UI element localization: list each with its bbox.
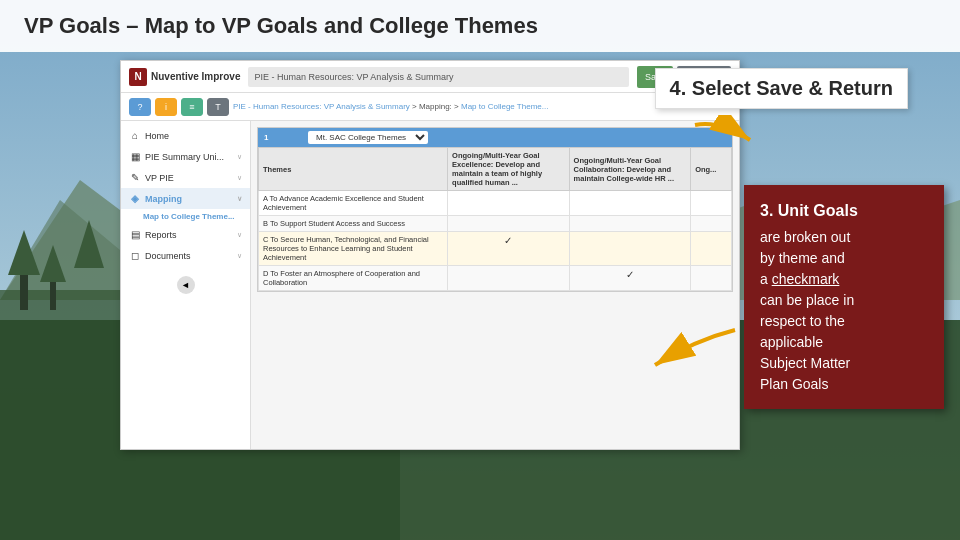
toolbar-btn-text[interactable]: T — [207, 98, 229, 116]
main-layout: ⌂ Home ▦ PIE Summary Uni... ∨ ✎ VP PIE ∨… — [121, 121, 739, 449]
chevron-down-icon-3: ∨ — [237, 195, 242, 203]
check-a-goal3[interactable] — [691, 191, 732, 216]
nuventive-logo: N Nuventive Improve — [129, 68, 240, 86]
save-arrow-icon — [690, 115, 770, 165]
toolbar-btn-info[interactable]: i — [155, 98, 177, 116]
sidebar-item-documents-label: Documents — [145, 251, 191, 261]
callout-unit-goals: 3. Unit Goals are broken out by theme an… — [744, 185, 944, 409]
check-d-goal3[interactable] — [691, 266, 732, 291]
table-theme-header: 1 Mt. SAC College Themes — [258, 128, 732, 147]
goals-table: Themes Ongoing/Multi-Year GoalExcellence… — [258, 147, 732, 291]
theme-c: C To Secure Human, Technological, and Fi… — [259, 232, 448, 266]
callout-save-return: 4. Select Save & Return — [655, 68, 908, 109]
table-row: A To Advance Academic Excellence and Stu… — [259, 191, 732, 216]
checkmark-arrow-icon — [645, 320, 745, 380]
sidebar-item-documents[interactable]: ◻ Documents ∨ — [121, 245, 250, 266]
logo-name: Nuventive Improve — [151, 71, 240, 82]
mapping-icon: ◈ — [129, 193, 141, 204]
page-title: VP Goals – Map to VP Goals and College T… — [24, 13, 538, 39]
sidebar-item-pie-summary[interactable]: ▦ PIE Summary Uni... ∨ — [121, 146, 250, 167]
home-icon: ⌂ — [129, 130, 141, 141]
table-row: B To Support Student Access and Success — [259, 216, 732, 232]
check-b-goal1[interactable] — [448, 216, 570, 232]
documents-icon: ◻ — [129, 250, 141, 261]
toolbar-btn-list[interactable]: ≡ — [181, 98, 203, 116]
check-c-goal2[interactable] — [569, 232, 691, 266]
col-header-goal2: Ongoing/Multi-Year GoalCollaboration: De… — [569, 148, 691, 191]
title-bar: VP Goals – Map to VP Goals and College T… — [0, 0, 960, 52]
sidebar: ⌂ Home ▦ PIE Summary Uni... ∨ ✎ VP PIE ∨… — [121, 121, 251, 449]
breadcrumb-main: PIE - Human Resources: VP Analysis & Sum… — [254, 72, 453, 82]
check-b-goal3[interactable] — [691, 216, 732, 232]
sidebar-item-mapping[interactable]: ◈ Mapping ∨ — [121, 188, 250, 209]
sidebar-item-vp-pie[interactable]: ✎ VP PIE ∨ — [121, 167, 250, 188]
toolbar-btn-help[interactable]: ? — [129, 98, 151, 116]
chevron-down-icon-5: ∨ — [237, 252, 242, 260]
check-b-goal2[interactable] — [569, 216, 691, 232]
col-header-goal1: Ongoing/Multi-Year GoalExcellence: Devel… — [448, 148, 570, 191]
check-c-goal1[interactable]: ✓ — [448, 232, 570, 266]
ui-screenshot: N Nuventive Improve PIE - Human Resource… — [120, 60, 740, 450]
second-toolbar: ? i ≡ T PIE - Human Resources: VP Analys… — [121, 93, 739, 121]
breadcrumb-bar: PIE - Human Resources: VP Analysis & Sum… — [248, 67, 628, 87]
nuventive-topbar: N Nuventive Improve PIE - Human Resource… — [121, 61, 739, 93]
sidebar-item-reports[interactable]: ▤ Reports ∨ — [121, 224, 250, 245]
logo-icon: N — [129, 68, 147, 86]
table-row: C To Secure Human, Technological, and Fi… — [259, 232, 732, 266]
sidebar-item-pie-summary-label: PIE Summary Uni... — [145, 152, 224, 162]
checkmark-word: checkmark — [772, 271, 840, 287]
content-area: 1 Mt. SAC College Themes Themes Ongoing/… — [251, 121, 739, 449]
table-container: 1 Mt. SAC College Themes Themes Ongoing/… — [257, 127, 733, 292]
back-button[interactable]: ◄ — [177, 276, 195, 294]
sidebar-item-reports-label: Reports — [145, 230, 177, 240]
svg-rect-8 — [50, 280, 56, 310]
sidebar-item-home-label: Home — [145, 131, 169, 141]
sidebar-item-vp-pie-label: VP PIE — [145, 173, 174, 183]
callout-save-return-label: 4. Select Save & Return — [670, 77, 893, 99]
table-row: D To Foster an Atmosphere of Cooperation… — [259, 266, 732, 291]
sidebar-item-mapping-label: Mapping — [145, 194, 182, 204]
check-c-goal3[interactable] — [691, 232, 732, 266]
unit-goals-title: 3. Unit Goals — [760, 199, 928, 223]
unit-goals-body: are broken out by theme and a checkmark … — [760, 227, 928, 395]
theme-b: B To Support Student Access and Success — [259, 216, 448, 232]
chevron-down-icon-2: ∨ — [237, 174, 242, 182]
sidebar-subitem-map-college[interactable]: Map to College Theme... — [121, 209, 250, 224]
theme-a: A To Advance Academic Excellence and Stu… — [259, 191, 448, 216]
theme-d: D To Foster an Atmosphere of Cooperation… — [259, 266, 448, 291]
chevron-down-icon: ∨ — [237, 153, 242, 161]
check-d-goal2[interactable]: ✓ — [569, 266, 691, 291]
chevron-down-icon-4: ∨ — [237, 231, 242, 239]
theme-dropdown[interactable]: Mt. SAC College Themes — [308, 131, 428, 144]
sidebar-item-home[interactable]: ⌂ Home — [121, 125, 250, 146]
pie-summary-icon: ▦ — [129, 151, 141, 162]
check-a-goal1[interactable] — [448, 191, 570, 216]
check-a-goal2[interactable] — [569, 191, 691, 216]
vp-pie-icon: ✎ — [129, 172, 141, 183]
svg-rect-6 — [20, 270, 28, 310]
themes-label: 1 — [264, 133, 304, 142]
col-header-themes: Themes — [259, 148, 448, 191]
sidebar-subitem-map-college-label: Map to College Theme... — [143, 212, 235, 221]
check-d-goal1[interactable] — [448, 266, 570, 291]
reports-icon: ▤ — [129, 229, 141, 240]
